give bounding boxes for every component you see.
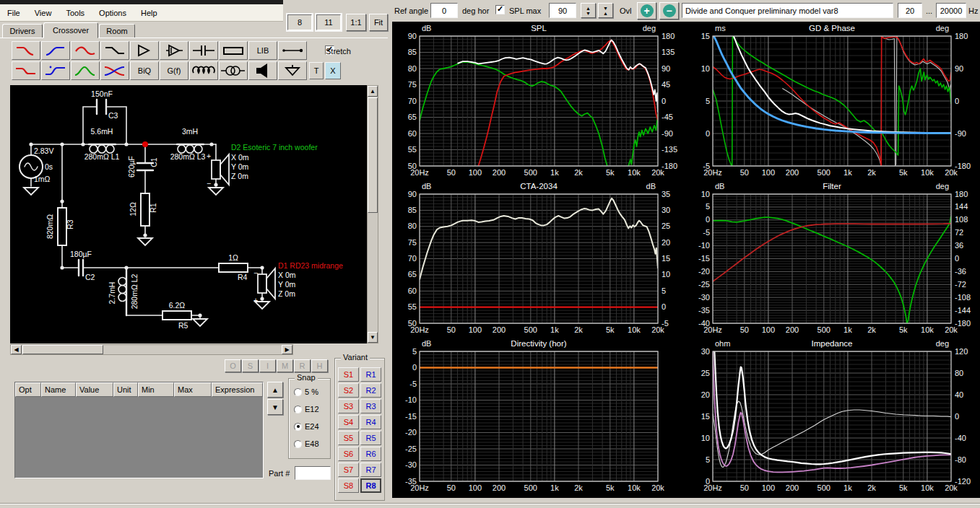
hscroll-thumb[interactable] bbox=[22, 345, 103, 354]
gf-block-button[interactable]: G(f) bbox=[160, 61, 188, 80]
capacitor-block-button[interactable] bbox=[189, 41, 218, 60]
variant-r7-button[interactable]: R7 bbox=[360, 463, 381, 477]
d2-driver-name[interactable]: D2 Esoteric 7 inch woofer bbox=[231, 143, 318, 152]
chart-gd-phase[interactable]: -5051015-180-9009018020Hz501002005001k2k… bbox=[687, 22, 980, 180]
optimize-s-button[interactable]: S bbox=[242, 359, 259, 372]
menu-help[interactable]: Help bbox=[134, 6, 165, 19]
ground-block-button[interactable] bbox=[278, 61, 307, 80]
variant-s1-button[interactable]: S1 bbox=[338, 367, 359, 382]
inductor-block-button[interactable] bbox=[189, 61, 218, 80]
opamp-block-button[interactable] bbox=[160, 41, 188, 60]
selected-node-dot[interactable] bbox=[142, 141, 148, 147]
spl-collapse-button[interactable]: ▼▲ bbox=[598, 3, 613, 18]
variant-s5-button[interactable]: S5 bbox=[338, 431, 359, 445]
highpass-block-button[interactable] bbox=[41, 41, 70, 60]
schematic-canvas[interactable]: 2.83V 0s 1mΩ 150nF C3 5.6mH 280mΩ L1 620… bbox=[10, 85, 367, 343]
overlay-remove-button[interactable]: − bbox=[659, 2, 679, 19]
menu-file[interactable]: File bbox=[0, 6, 27, 19]
project-title-input[interactable]: Divide and Conquer preliminary model var… bbox=[682, 3, 893, 18]
tab-drivers[interactable]: Drivers bbox=[2, 24, 43, 38]
col-opt[interactable]: Opt bbox=[15, 382, 41, 397]
spl-max-spinner[interactable]: ▲▼ bbox=[581, 3, 596, 18]
row-up-button[interactable]: ▲ bbox=[267, 382, 283, 398]
schematic-vscrollbar[interactable]: ▲ ▼ bbox=[367, 85, 378, 343]
buffer-block-button[interactable] bbox=[130, 41, 159, 60]
variant-r3-button[interactable]: R3 bbox=[360, 399, 381, 413]
lowshelf-block-button[interactable] bbox=[12, 61, 40, 80]
variant-s6-button[interactable]: S6 bbox=[338, 447, 359, 461]
ref-angle-input[interactable]: 0 bbox=[430, 3, 458, 18]
optimize-r-button[interactable]: R bbox=[294, 359, 311, 372]
scroll-right-icon[interactable]: ▶ bbox=[282, 345, 292, 354]
variant-r4-button[interactable]: R4 bbox=[360, 415, 381, 429]
lowpass-block-button[interactable] bbox=[12, 41, 40, 60]
snap-e48[interactable]: E48 bbox=[294, 439, 319, 448]
allpass-block-button[interactable] bbox=[41, 61, 70, 80]
optimize-h-button[interactable]: H bbox=[311, 359, 328, 372]
overlay-add-button[interactable]: + bbox=[637, 2, 656, 19]
tab-room[interactable]: Room bbox=[99, 24, 135, 38]
transformer-block-button[interactable] bbox=[219, 61, 248, 80]
zoom-1to1-button[interactable]: 1:1 bbox=[346, 14, 366, 31]
snap-5pct[interactable]: 5 % bbox=[294, 387, 318, 396]
wire-block-button[interactable] bbox=[278, 41, 307, 60]
variant-s3-button[interactable]: S3 bbox=[338, 399, 359, 413]
col-max[interactable]: Max bbox=[174, 382, 212, 397]
delete-tool-button[interactable]: X bbox=[325, 62, 341, 79]
chart-impedance[interactable]: 051015202530-120-80-400408012020Hz501002… bbox=[687, 337, 980, 495]
spl-max-input[interactable]: 90 bbox=[549, 3, 576, 18]
zoom-fit-button[interactable]: Fit bbox=[369, 14, 388, 31]
radio-icon[interactable] bbox=[294, 406, 302, 413]
optimize-o-button[interactable]: O bbox=[225, 359, 241, 372]
d1-driver-name[interactable]: D1 RD23 midrange bbox=[278, 261, 343, 270]
variant-r1-button[interactable]: R1 bbox=[360, 367, 381, 382]
shelf-block-button[interactable] bbox=[100, 41, 129, 60]
variant-s2-button[interactable]: S2 bbox=[338, 383, 359, 398]
chart-cta2034[interactable]: 505560657075808590-50510152025303520Hz50… bbox=[394, 180, 687, 337]
vscroll-thumb[interactable] bbox=[368, 97, 378, 213]
row-down-button[interactable]: ▼ bbox=[267, 399, 283, 415]
variant-r6-button[interactable]: R6 bbox=[360, 447, 381, 461]
grid-y-field[interactable]: 11 bbox=[316, 14, 341, 30]
chart-filter[interactable]: -40-35-30-25-20-15-10-50510-180-144-108-… bbox=[687, 180, 980, 337]
parameter-table[interactable]: Opt Name Value Unit Min Max Expression bbox=[14, 382, 264, 478]
col-unit[interactable]: Unit bbox=[113, 382, 138, 397]
crossover-block-button[interactable] bbox=[100, 61, 129, 80]
scroll-down-icon[interactable]: ▼ bbox=[368, 332, 378, 343]
optimize-m-button[interactable]: M bbox=[277, 359, 293, 372]
tab-crossover[interactable]: Crossover bbox=[43, 22, 98, 38]
col-name[interactable]: Name bbox=[41, 382, 76, 397]
scroll-up-icon[interactable]: ▲ bbox=[368, 86, 378, 97]
variant-r5-button[interactable]: R5 bbox=[360, 431, 381, 445]
col-min[interactable]: Min bbox=[138, 382, 174, 397]
text-tool-button[interactable]: T bbox=[309, 62, 324, 79]
resistor-block-button[interactable] bbox=[219, 41, 248, 60]
snap-e24[interactable]: E24 bbox=[294, 422, 319, 431]
radio-icon[interactable] bbox=[294, 423, 302, 431]
schematic-hscrollbar[interactable]: ◀ ▶ bbox=[10, 344, 293, 355]
menu-tools[interactable]: Tools bbox=[58, 6, 92, 19]
col-value[interactable]: Value bbox=[76, 382, 113, 397]
deg-hor-checkbox[interactable] bbox=[495, 5, 505, 14]
freq-max-input[interactable]: 20000 bbox=[936, 3, 966, 18]
variant-s8-button[interactable]: S8 bbox=[338, 478, 359, 493]
snap-e12[interactable]: E12 bbox=[294, 405, 319, 413]
chart-directivity[interactable]: -35-30-25-20-15-10-50520Hz501002005001k2… bbox=[394, 337, 687, 495]
menu-view[interactable]: View bbox=[27, 6, 59, 19]
variant-s7-button[interactable]: S7 bbox=[338, 463, 359, 477]
radio-icon[interactable] bbox=[294, 440, 302, 448]
freq-min-input[interactable]: 20 bbox=[898, 3, 922, 18]
chart-spl[interactable]: 505560657075808590-180-135-90-4504590135… bbox=[394, 22, 687, 180]
menu-options[interactable]: Options bbox=[92, 6, 134, 19]
biquad-block-button[interactable]: BiQ bbox=[130, 61, 159, 80]
grid-x-field[interactable]: 8 bbox=[287, 14, 312, 30]
variant-r2-button[interactable]: R2 bbox=[360, 383, 381, 398]
library-block-button[interactable]: LIB bbox=[248, 41, 277, 60]
variant-s4-button[interactable]: S4 bbox=[338, 415, 359, 429]
driver-block-button[interactable] bbox=[248, 61, 277, 80]
part-number-input[interactable] bbox=[295, 466, 331, 480]
optimize-i-button[interactable]: I bbox=[259, 359, 276, 372]
scroll-left-icon[interactable]: ◀ bbox=[11, 345, 22, 354]
col-expression[interactable]: Expression bbox=[212, 382, 263, 397]
peak-block-button[interactable] bbox=[71, 61, 100, 80]
